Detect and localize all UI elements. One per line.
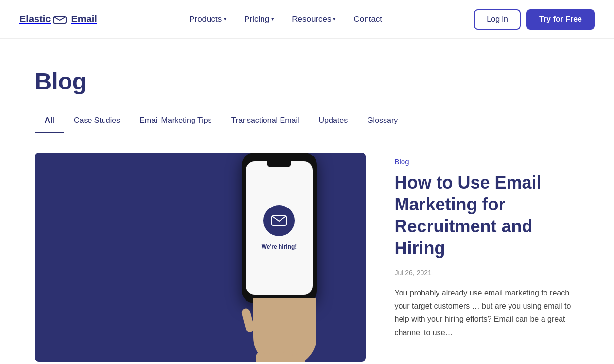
- blog-excerpt: You probably already use email marketing…: [395, 286, 579, 339]
- blog-date: Jul 26, 2021: [395, 269, 579, 277]
- email-circle-icon: [263, 205, 295, 236]
- login-button[interactable]: Log in: [474, 9, 521, 30]
- try-free-button[interactable]: Try for Free: [526, 9, 595, 30]
- nav-resources[interactable]: Resources ▾: [285, 11, 343, 28]
- tab-updates[interactable]: Updates: [309, 109, 358, 133]
- chevron-down-icon: ▾: [333, 16, 336, 22]
- nav-products[interactable]: Products ▾: [182, 11, 233, 28]
- logo-text: Elastic Email: [19, 14, 97, 25]
- tab-glossary[interactable]: Glossary: [357, 109, 407, 133]
- page-title-section: Blog: [35, 39, 579, 109]
- chevron-down-icon: ▾: [224, 16, 227, 22]
- main-nav: Products ▾ Pricing ▾ Resources ▾ Contact: [182, 11, 389, 28]
- blog-card-content: Blog How to Use Email Marketing for Recr…: [395, 153, 579, 339]
- logo-icon: [53, 15, 68, 24]
- nav-contact[interactable]: Contact: [347, 11, 389, 28]
- blog-tabs: All Case Studies Email Marketing Tips Tr…: [35, 109, 579, 133]
- tab-transactional-email[interactable]: Transactional Email: [222, 109, 309, 133]
- blog-tag[interactable]: Blog: [395, 157, 579, 166]
- nav-pricing[interactable]: Pricing ▾: [237, 11, 281, 28]
- site-header: Elastic Email Products ▾ Pricing ▾ Resou…: [0, 0, 614, 39]
- blog-card-title[interactable]: How to Use Email Marketing for Recruitme…: [395, 172, 579, 259]
- main-content: Blog All Case Studies Email Marketing Ti…: [16, 39, 599, 362]
- tab-case-studies[interactable]: Case Studies: [64, 109, 130, 133]
- header-actions: Log in Try for Free: [474, 9, 595, 30]
- phone-hiring-label: We're hiring!: [262, 243, 297, 251]
- chevron-down-icon: ▾: [271, 16, 274, 22]
- tab-email-marketing-tips[interactable]: Email Marketing Tips: [130, 109, 222, 133]
- page-title: Blog: [35, 68, 579, 95]
- logo[interactable]: Elastic Email: [19, 14, 97, 25]
- tab-all[interactable]: All: [35, 109, 64, 133]
- blog-card-image[interactable]: We're hiring!: [35, 153, 366, 362]
- featured-blog-card: We're hiring!: [35, 153, 579, 362]
